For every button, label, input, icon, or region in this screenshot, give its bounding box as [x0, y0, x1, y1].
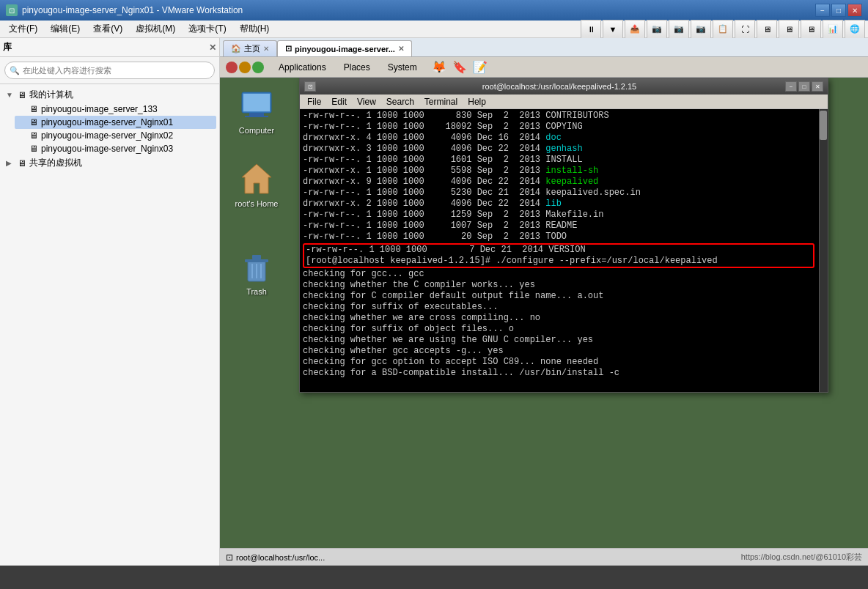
watermark-status: https://blog.csdn.net/@61010彩芸	[741, 552, 862, 563]
home-desktop-icon	[239, 161, 274, 196]
lib-link: lib	[545, 199, 562, 209]
terminal-close[interactable]: ✕	[812, 81, 823, 92]
firefox-icon[interactable]: 🦊	[432, 60, 446, 74]
toolbar-send[interactable]: 📤	[625, 20, 645, 39]
svg-rect-7	[252, 255, 261, 259]
terminal-body[interactable]: -rw-rw-r--. 1 1000 1000 830 Sep 2 2013 C…	[300, 109, 828, 392]
main-layout: 库 ✕ 🔍 ▼ 🖥 我的计算机 🖥 pinyougou-image_server…	[0, 38, 868, 566]
terminal-line-5: -rw-rw-r--. 1 1000 1000 1601 Sep 2 2013 …	[303, 155, 814, 166]
menu-vm[interactable]: 虚拟机(M)	[130, 21, 181, 37]
apps-applications[interactable]: Applications	[273, 61, 332, 74]
svg-rect-6	[245, 259, 268, 262]
terminal-menu-file[interactable]: File	[303, 97, 326, 107]
terminal-menu-terminal[interactable]: Terminal	[420, 97, 462, 107]
restore-button[interactable]: □	[831, 4, 846, 17]
toolbar-snapshot1[interactable]: 📷	[647, 20, 667, 39]
sidebar-tree: ▼ 🖥 我的计算机 🖥 pinyougou-image_server_133 🖥…	[0, 84, 219, 566]
home-icon-label: root's Home	[235, 199, 279, 208]
menu-help[interactable]: 帮助(H)	[234, 21, 276, 37]
terminal-line-9: drwxrwxr-x. 2 1000 1000 4096 Dec 22 2014…	[303, 199, 814, 210]
vm-item-133[interactable]: 🖥 pinyougou-image_server_133	[15, 103, 216, 116]
vm-label-nginx03: pinyougou-image-server_Nginx03	[41, 144, 173, 154]
vm-list: 🖥 pinyougou-image_server_133 🖥 pinyougou…	[15, 103, 216, 155]
status-text: root@localhost:/usr/loc...	[236, 553, 325, 562]
toolbar-pause[interactable]: ⏸	[581, 20, 601, 39]
toolbar-dropdown[interactable]: ▼	[603, 20, 623, 39]
title-bar: ⊡ pinyougou-image-server_Nginx01 - VMwar…	[0, 0, 868, 21]
terminal-menu-search[interactable]: Search	[382, 97, 419, 107]
doc-link: doc	[545, 133, 562, 143]
menu-file[interactable]: 文件(F)	[3, 21, 43, 37]
desktop-icon-trash[interactable]: Trash	[227, 246, 286, 299]
toolbar-snap4[interactable]: 📋	[713, 20, 733, 39]
terminal-scrollbar-thumb[interactable]	[820, 111, 827, 140]
sidebar: 库 ✕ 🔍 ▼ 🖥 我的计算机 🖥 pinyougou-image_server…	[0, 38, 220, 566]
tab-vm-close[interactable]: ✕	[398, 45, 404, 53]
desktop-icon-computer[interactable]: Computer	[227, 85, 286, 138]
install-sh-link: install-sh	[545, 166, 598, 176]
toolbar-network[interactable]: 🌐	[845, 20, 865, 39]
vm-item-nginx01[interactable]: 🖥 pinyougou-image-server_Nginx01	[15, 116, 216, 129]
tab-home-close[interactable]: ✕	[263, 45, 269, 53]
terminal-status-icon: ⊡	[226, 552, 233, 563]
menu-edit[interactable]: 编辑(E)	[45, 21, 86, 37]
terminal-line-6: -rwxrwxr-x. 1 1000 1000 5598 Sep 2 2013 …	[303, 166, 814, 177]
window-title: pinyougou-image-server_Nginx01 - VMware …	[22, 5, 243, 15]
status-bar: ⊡ root@localhost:/usr/loc... https://blo…	[220, 548, 868, 566]
vm-item-nginx02[interactable]: 🖥 pinyougou-image-server_Nginx02	[15, 129, 216, 142]
svg-rect-3	[245, 116, 268, 117]
computer-desktop-icon	[239, 88, 274, 123]
toolbar-monitor3[interactable]: 🖥	[801, 20, 821, 39]
title-bar-left: ⊡ pinyougou-image-server_Nginx01 - VMwar…	[6, 4, 243, 16]
toolbar-monitor1[interactable]: 🖥	[757, 20, 777, 39]
computer-icon: 🖥	[18, 90, 26, 100]
apps-bar: Applications Places System 🦊 🔖 📝	[220, 57, 868, 78]
close-button[interactable]: ✕	[847, 4, 862, 17]
terminal-line-7: drwxrwxr-x. 9 1000 1000 4096 Dec 22 2014…	[303, 177, 814, 188]
vm-item-nginx03[interactable]: 🖥 pinyougou-image-server_Nginx03	[15, 142, 216, 155]
terminal-line-18: checking for suffix of executables...	[303, 302, 814, 313]
terminal-line-1: -rw-rw-r--. 1 1000 1000 830 Sep 2 2013 C…	[303, 111, 814, 122]
terminal-scrollbar[interactable]	[819, 109, 828, 392]
vm-icon-nginx03: 🖥	[29, 144, 38, 154]
terminal-line-12: -rw-rw-r--. 1 1000 1000 20 Sep 2 2013 TO…	[303, 231, 814, 242]
sidebar-title: 库	[3, 41, 12, 53]
expand-icon: ▼	[6, 91, 15, 99]
terminal-restore[interactable]: □	[798, 81, 810, 92]
tree-shared[interactable]: ▶ 🖥 共享的虚拟机	[3, 155, 216, 171]
terminal-window: ⊡ root@localhost:/usr/local/keepalived-1…	[299, 78, 828, 393]
apps-system[interactable]: System	[382, 61, 423, 74]
text-editor-icon[interactable]: 📝	[473, 60, 488, 74]
tab-vm[interactable]: ⊡ pinyougou-image-server... ✕	[277, 40, 412, 56]
terminal-minimize[interactable]: −	[785, 81, 797, 92]
terminal-menu-view[interactable]: View	[353, 97, 380, 107]
tree-my-computer[interactable]: ▼ 🖥 我的计算机	[3, 87, 216, 103]
terminal-menu-edit[interactable]: Edit	[327, 97, 351, 107]
toolbar-fullscreen[interactable]: ⛶	[735, 20, 755, 39]
menu-view[interactable]: 查看(V)	[87, 21, 128, 37]
terminal-line-23: checking for gcc option to accept ISO C8…	[303, 357, 814, 368]
desktop-icon-home[interactable]: root's Home	[227, 158, 286, 211]
bookmark-icon[interactable]: 🔖	[452, 60, 467, 74]
terminal-menu-help[interactable]: Help	[463, 97, 490, 107]
sidebar-close[interactable]: ✕	[209, 42, 216, 53]
apps-places[interactable]: Places	[338, 61, 376, 74]
toolbar-monitor2[interactable]: 🖥	[779, 20, 799, 39]
toolbar-snapshot2[interactable]: 📷	[669, 20, 689, 39]
menu-tabs[interactable]: 选项卡(T)	[183, 21, 232, 37]
trash-icon-label: Trash	[246, 287, 267, 296]
vm-label-133: pinyougou-image_server_133	[41, 104, 158, 114]
toolbar-monitor4[interactable]: 📊	[823, 20, 843, 39]
toolbar-snapshot3[interactable]: 📷	[691, 20, 711, 39]
tab-bar: 🏠 主页 ✕ ⊡ pinyougou-image-server... ✕	[220, 38, 868, 57]
terminal-menu: File Edit View Search Terminal Help	[300, 95, 828, 109]
terminal-line-13: -rw-rw-r--. 1 1000 1000 7 Dec 21 2014 VE…	[306, 245, 812, 256]
menu-bar: 文件(F) 编辑(E) 查看(V) 虚拟机(M) 选项卡(T) 帮助(H) ⏸ …	[0, 21, 868, 38]
tab-home[interactable]: 🏠 主页 ✕	[223, 40, 277, 56]
terminal-titlebar: ⊡ root@localhost:/usr/local/keepalived-1…	[300, 78, 828, 95]
status-terminal: ⊡ root@localhost:/usr/loc...	[226, 552, 325, 563]
search-input[interactable]	[4, 62, 215, 79]
minimize-button[interactable]: −	[815, 4, 830, 17]
shared-icon: 🖥	[18, 158, 26, 168]
tab-vm-label: pinyougou-image-server...	[295, 45, 395, 53]
